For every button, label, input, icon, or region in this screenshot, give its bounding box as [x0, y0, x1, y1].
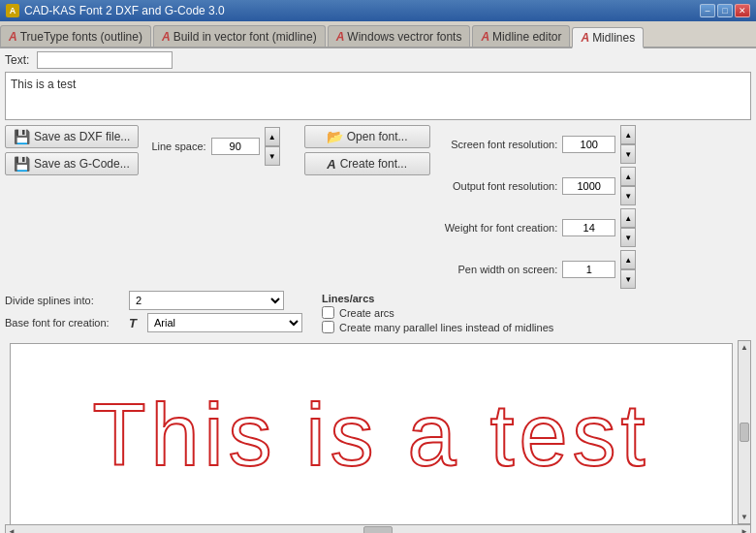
scroll-right-arrow[interactable]: ►	[740, 527, 748, 534]
tab-vector[interactable]: A Build in vector font (midline)	[153, 25, 326, 47]
weight-font-row: Weight for font creation: ▲ ▼	[445, 208, 637, 247]
right-controls: Screen font resolution: ▲ ▼ Output font …	[445, 125, 637, 289]
close-button[interactable]: ✕	[735, 4, 750, 17]
screen-res-down[interactable]: ▼	[620, 144, 636, 164]
tab-icon-midlines: A	[581, 31, 589, 45]
tab-midline-editor[interactable]: A Midline editor	[472, 25, 570, 47]
tab-icon-windows: A	[336, 30, 345, 44]
save-dxf-icon: 💾	[14, 129, 30, 144]
maximize-button[interactable]: □	[717, 4, 733, 17]
line-space-input[interactable]	[211, 138, 260, 155]
tab-midlines[interactable]: A Midlines	[572, 27, 644, 48]
weight-font-input[interactable]	[562, 219, 615, 236]
weight-down[interactable]: ▼	[620, 228, 636, 247]
output-res-down[interactable]: ▼	[620, 186, 636, 205]
scroll-up-arrow[interactable]: ▲	[739, 341, 750, 354]
create-parallel-row: Create many parallel lines instead of mi…	[322, 321, 553, 333]
pen-down[interactable]: ▼	[620, 269, 636, 289]
create-arcs-row: Create arcs	[322, 306, 553, 319]
large-preview: This is a test	[10, 343, 733, 527]
preview-top-text: This is a test	[11, 78, 76, 91]
base-font-row: Base font for creation: T ArialTimes New…	[5, 313, 302, 332]
base-font-select[interactable]: ArialTimes New RomanCourier	[147, 313, 302, 332]
save-gcode-icon: 💾	[14, 156, 30, 172]
scroll-left-arrow[interactable]: ◄	[8, 527, 16, 534]
screen-font-res-label: Screen font resolution:	[451, 139, 557, 150]
pen-width-row: Pen width on screen: ▲ ▼	[445, 250, 637, 289]
form-rows: Divide splines into: 248 Base font for c…	[5, 291, 302, 335]
scroll-thumb-h[interactable]	[363, 526, 393, 533]
create-arcs-label: Create arcs	[339, 307, 394, 319]
scroll-thumb-v[interactable]	[740, 423, 749, 442]
tab-icon-midline-editor: A	[481, 30, 489, 44]
create-parallel-checkbox[interactable]	[322, 321, 334, 333]
vertical-scrollbar[interactable]: ▲ ▼	[738, 340, 751, 524]
divide-label: Divide splines into:	[5, 295, 121, 306]
divide-splines-row: Divide splines into: 248	[5, 291, 302, 310]
open-font-button[interactable]: 📂 Open font...	[304, 125, 430, 148]
pen-width-label: Pen width on screen:	[458, 264, 558, 275]
screen-font-res-input[interactable]	[562, 136, 615, 153]
tab-windows[interactable]: A Windows vectror fonts	[328, 25, 471, 47]
tab-bar: A TrueType fonts (outline) A Build in ve…	[0, 21, 756, 48]
base-font-icon: T	[129, 316, 137, 330]
divide-select[interactable]: 248	[129, 291, 284, 310]
output-font-res-row: Output font resolution: ▲ ▼	[445, 167, 637, 205]
title-bar: A CAD-KAS Font 2 DXF and G-Code 3.0 – □ …	[0, 0, 756, 21]
pen-width-input[interactable]	[562, 261, 615, 278]
base-font-label: Base font for creation:	[5, 317, 121, 329]
large-preview-container: This is a test ▲ ▼	[5, 340, 751, 524]
screen-font-res-row: Screen font resolution: ▲ ▼	[445, 125, 637, 164]
save-gcode-button[interactable]: 💾 Save as G-Code...	[5, 152, 139, 175]
checkbox-area: Lines/arcs Create arcs Create many paral…	[317, 293, 558, 335]
center-controls: 📂 Open font... A Create font...	[304, 125, 430, 175]
output-font-res-input[interactable]	[562, 177, 615, 195]
create-parallel-label: Create many parallel lines instead of mi…	[339, 322, 553, 333]
preview-main-text: This is a test	[92, 386, 649, 486]
scroll-down-arrow[interactable]: ▼	[739, 511, 750, 523]
line-space-row: Line space: ▲ ▼	[151, 127, 279, 166]
tab-icon-vector: A	[162, 30, 171, 44]
title-text: CAD-KAS Font 2 DXF and G-Code 3.0	[24, 4, 225, 17]
weight-up[interactable]: ▲	[620, 208, 636, 228]
line-space-label: Line space:	[151, 141, 205, 152]
output-res-up[interactable]: ▲	[620, 167, 636, 186]
top-preview: This is a test	[5, 72, 751, 120]
app-icon: A	[6, 4, 19, 17]
form-area: Divide splines into: 248 Base font for c…	[0, 289, 756, 337]
text-label: Text:	[5, 53, 29, 67]
open-font-icon: 📂	[327, 129, 343, 144]
tab-icon-truetype: A	[9, 30, 17, 44]
pen-up[interactable]: ▲	[620, 250, 636, 269]
weight-font-label: Weight for font creation:	[445, 222, 558, 234]
controls-area: 💾 Save as DXF file... 💾 Save as G-Code..…	[0, 125, 756, 289]
tab-truetype[interactable]: A TrueType fonts (outline)	[0, 25, 151, 47]
create-font-icon: A	[327, 157, 335, 172]
line-space-down[interactable]: ▼	[265, 146, 280, 166]
left-controls: 💾 Save as DXF file... 💾 Save as G-Code..…	[5, 125, 139, 175]
create-font-button[interactable]: A Create font...	[304, 152, 430, 175]
create-arcs-checkbox[interactable]	[322, 306, 334, 319]
lines-arcs-label: Lines/arcs	[322, 293, 553, 304]
minimize-button[interactable]: –	[700, 4, 715, 17]
screen-res-up[interactable]: ▲	[620, 125, 636, 144]
output-font-res-label: Output font resolution:	[453, 180, 557, 192]
save-dxf-button[interactable]: 💾 Save as DXF file...	[5, 125, 139, 148]
text-input[interactable]	[37, 51, 173, 69]
line-space-up[interactable]: ▲	[265, 127, 280, 146]
horizontal-scrollbar[interactable]: ◄ ►	[5, 524, 751, 533]
text-row: Text:	[0, 48, 756, 72]
